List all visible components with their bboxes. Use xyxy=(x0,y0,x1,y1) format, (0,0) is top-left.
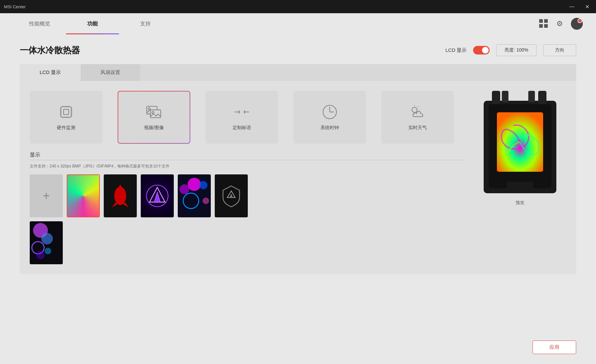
apply-button[interactable]: 应用 xyxy=(533,341,576,354)
page-title: 一体水冷散热器 xyxy=(20,45,445,56)
minimize-button[interactable]: — xyxy=(567,2,577,11)
display-divider xyxy=(30,160,464,160)
preview-label: 预览 xyxy=(516,200,524,206)
tab-performance[interactable]: 性能概览 xyxy=(13,13,66,34)
lcd-display-label: LCD 显示 xyxy=(445,47,466,54)
cooler-svg xyxy=(474,91,566,197)
grid-icon[interactable] xyxy=(539,19,548,28)
clock-icon xyxy=(321,104,338,120)
video-image-label: 视频/图像 xyxy=(144,125,164,131)
svg-rect-20 xyxy=(150,110,161,118)
dragon-image xyxy=(110,183,130,209)
image-thumb-5[interactable] xyxy=(215,174,248,217)
app-title: MSI Center xyxy=(4,4,567,9)
hardware-icon xyxy=(58,104,74,120)
mode-card-clock[interactable]: 系统时钟 xyxy=(293,91,366,144)
svg-rect-0 xyxy=(61,107,71,117)
lcd-controls: LCD 显示 亮度: 100% 方向 xyxy=(445,44,576,56)
mode-card-hardware[interactable]: 硬件监测 xyxy=(30,91,102,144)
mode-and-display: 硬件监测 视频/图像 xyxy=(30,91,464,264)
tab-features[interactable]: 功能 xyxy=(66,13,119,34)
display-title: 显示 xyxy=(30,152,464,159)
svg-rect-55 xyxy=(507,182,533,188)
image-thumb-3[interactable] xyxy=(141,174,174,217)
titlebar: MSI Center — ✕ xyxy=(0,0,596,13)
topnav-tabs: 性能概览 功能 支持 xyxy=(13,13,539,34)
image-thumb-6[interactable] xyxy=(30,221,63,264)
mode-card-weather[interactable]: 实时天气 xyxy=(381,91,454,144)
topnav-actions: ⚙ xyxy=(539,13,583,34)
avatar[interactable] xyxy=(571,18,583,30)
svg-marker-45 xyxy=(230,194,233,198)
svg-rect-49 xyxy=(528,91,535,102)
mode-card-video[interactable]: 视频/图像 xyxy=(118,91,190,144)
hardware-label: 硬件监测 xyxy=(57,125,75,131)
svg-rect-47 xyxy=(492,91,500,104)
page-body: 一体水冷散热器 LCD 显示 亮度: 100% 方向 LCD 显示 风扇设置 xyxy=(0,34,596,364)
svg-line-33 xyxy=(418,106,419,107)
mode-card-custom[interactable]: 定制标语 xyxy=(205,91,278,144)
file-support-text: 文件支持：240 x 320px BMP（JPG）/GIF/MP4，每种格式最多… xyxy=(30,164,464,169)
image-thumb-2[interactable] xyxy=(104,174,137,217)
tab-support[interactable]: 支持 xyxy=(119,13,172,34)
add-image-button[interactable]: + xyxy=(30,174,63,217)
content-panel: 硬件监测 视频/图像 xyxy=(20,81,576,274)
mode-cards: 硬件监测 视频/图像 xyxy=(30,91,464,144)
svg-rect-48 xyxy=(502,91,508,102)
image-thumb-4[interactable] xyxy=(178,174,211,217)
weather-icon xyxy=(409,104,426,120)
brightness-button[interactable]: 亮度: 100% xyxy=(496,44,537,56)
direction-button[interactable]: 方向 xyxy=(543,44,576,56)
titlebar-controls: — ✕ xyxy=(567,2,592,11)
image-grid-row2 xyxy=(30,221,464,264)
sub-tabs: LCD 显示 风扇设置 xyxy=(20,64,576,81)
msi-shield-image xyxy=(221,184,241,207)
image-thumb-1[interactable] xyxy=(67,174,100,217)
main-content: 性能概览 功能 支持 ⚙ 一体水冷散热器 xyxy=(0,13,596,364)
close-button[interactable]: ✕ xyxy=(582,2,592,11)
clock-label: 系统时钟 xyxy=(320,125,339,131)
topnav: 性能概览 功能 支持 ⚙ xyxy=(0,13,596,34)
svg-marker-43 xyxy=(154,192,161,202)
lcd-toggle[interactable] xyxy=(473,46,490,55)
cooler-preview-container xyxy=(474,91,566,197)
video-image-icon xyxy=(146,104,162,120)
sub-tab-fan[interactable]: 风扇设置 xyxy=(81,64,140,81)
custom-icon xyxy=(234,104,250,120)
display-section: 显示 文件支持：240 x 320px BMP（JPG）/GIF/MP4，每种格… xyxy=(30,152,464,264)
preview-section: 预览 xyxy=(474,91,566,264)
svg-rect-1 xyxy=(63,109,69,115)
msi-logo-image xyxy=(146,184,169,207)
svg-rect-50 xyxy=(538,91,546,104)
custom-label: 定制标语 xyxy=(233,125,251,131)
weather-label: 实时天气 xyxy=(408,125,427,131)
page-header: 一体水冷散热器 LCD 显示 亮度: 100% 方向 xyxy=(20,44,576,56)
image-grid: + xyxy=(30,174,464,217)
sub-tab-lcd[interactable]: LCD 显示 xyxy=(20,64,81,81)
gear-icon[interactable]: ⚙ xyxy=(556,19,563,28)
sub-tabs-container: LCD 显示 风扇设置 xyxy=(20,64,576,81)
svg-point-31 xyxy=(412,107,417,113)
